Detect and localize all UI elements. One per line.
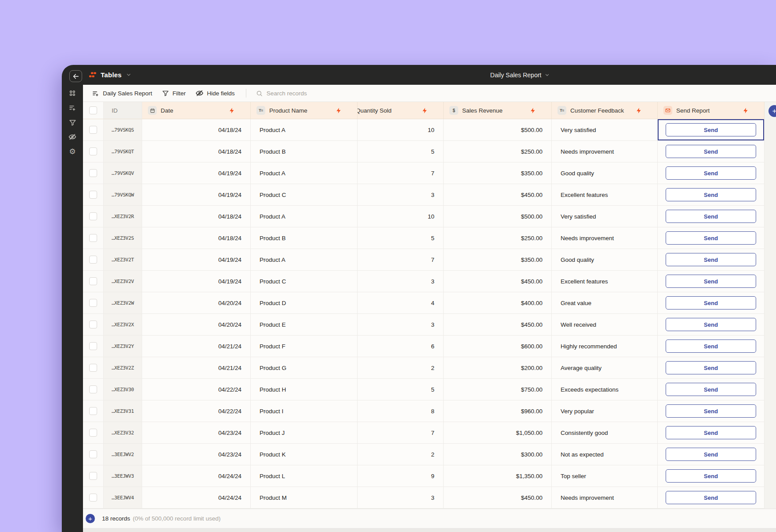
send-button[interactable]: Send xyxy=(666,426,756,439)
customer-feedback-cell[interactable]: Well received xyxy=(552,314,658,336)
sales-revenue-cell[interactable]: $450.00 xyxy=(444,184,552,206)
product-name-cell[interactable]: Product J xyxy=(251,422,358,444)
sales-revenue-cell[interactable]: $450.00 xyxy=(444,487,552,509)
date-cell[interactable]: 04/19/24 xyxy=(142,184,251,206)
row-checkbox[interactable] xyxy=(89,321,97,328)
customer-feedback-cell[interactable]: Exceeds expectations xyxy=(552,379,658,400)
view-title[interactable]: Daily Sales Report xyxy=(490,65,550,85)
quantity-sold-cell[interactable]: 3 xyxy=(358,314,444,336)
filter-button[interactable]: Filter xyxy=(157,85,191,102)
send-button[interactable]: Send xyxy=(666,340,756,353)
product-name-cell[interactable]: Product B xyxy=(251,227,358,249)
send-button[interactable]: Send xyxy=(666,275,756,288)
customer-feedback-cell[interactable]: Top seller xyxy=(552,465,658,487)
send-button[interactable]: Send xyxy=(666,166,756,180)
product-name-cell[interactable]: Product A xyxy=(251,249,358,271)
row-id-cell[interactable]: …XEZ3V2W xyxy=(104,292,142,314)
send-button[interactable]: Send xyxy=(666,491,756,504)
app-brand[interactable]: Tables xyxy=(89,65,132,85)
date-cell[interactable]: 04/19/24 xyxy=(142,249,251,271)
quantity-sold-cell[interactable]: 7 xyxy=(358,249,444,271)
sales-revenue-cell[interactable]: $600.00 xyxy=(444,336,552,357)
add-record-button[interactable]: + xyxy=(86,514,95,523)
row-id-cell[interactable]: …XEZ3V2Y xyxy=(104,336,142,357)
sales-revenue-cell[interactable]: $1,350.00 xyxy=(444,465,552,487)
row-id-cell[interactable]: …XEZ3V2R xyxy=(104,206,142,227)
quantity-sold-cell[interactable]: 8 xyxy=(358,400,444,422)
column-header-sales-revenue[interactable]: $ Sales Revenue xyxy=(444,102,552,119)
customer-feedback-cell[interactable]: Excellent features xyxy=(552,271,658,292)
row-id-cell[interactable]: …3EEJWV2 xyxy=(104,444,142,465)
product-name-cell[interactable]: Product I xyxy=(251,400,358,422)
send-button[interactable]: Send xyxy=(666,210,756,223)
quantity-sold-cell[interactable]: 3 xyxy=(358,184,444,206)
product-name-cell[interactable]: Product D xyxy=(251,292,358,314)
sales-revenue-cell[interactable]: $500.00 xyxy=(444,119,552,141)
customer-feedback-cell[interactable]: Average quality xyxy=(552,357,658,379)
product-name-cell[interactable]: Product K xyxy=(251,444,358,465)
date-cell[interactable]: 04/19/24 xyxy=(142,162,251,184)
customer-feedback-cell[interactable]: Great value xyxy=(552,292,658,314)
sales-revenue-cell[interactable]: $450.00 xyxy=(444,271,552,292)
row-id-cell[interactable]: …XEZ3V2Z xyxy=(104,357,142,379)
table-list-icon[interactable] xyxy=(68,103,77,112)
date-cell[interactable]: 04/18/24 xyxy=(142,119,251,141)
send-button[interactable]: Send xyxy=(666,318,756,331)
quantity-sold-cell[interactable]: 5 xyxy=(358,141,444,162)
product-name-cell[interactable]: Product M xyxy=(251,487,358,509)
row-id-cell[interactable]: …XEZ3V32 xyxy=(104,422,142,444)
row-id-cell[interactable]: …79VSKQV xyxy=(104,162,142,184)
date-cell[interactable]: 04/23/24 xyxy=(142,422,251,444)
row-checkbox[interactable] xyxy=(89,169,97,177)
quantity-sold-cell[interactable]: 5 xyxy=(358,227,444,249)
quantity-sold-cell[interactable]: 5 xyxy=(358,379,444,400)
row-checkbox[interactable] xyxy=(89,364,97,372)
send-button[interactable]: Send xyxy=(666,231,756,245)
product-name-cell[interactable]: Product A xyxy=(251,119,358,141)
date-cell[interactable]: 04/20/24 xyxy=(142,314,251,336)
chevron-down-icon[interactable] xyxy=(126,72,132,78)
product-name-cell[interactable]: Product F xyxy=(251,336,358,357)
filter-icon[interactable] xyxy=(68,118,77,127)
product-name-cell[interactable]: Product L xyxy=(251,465,358,487)
row-checkbox[interactable] xyxy=(89,385,97,393)
sales-revenue-cell[interactable]: $960.00 xyxy=(444,400,552,422)
row-id-cell[interactable]: …XEZ3V2T xyxy=(104,249,142,271)
date-cell[interactable]: 04/21/24 xyxy=(142,357,251,379)
row-checkbox[interactable] xyxy=(89,256,97,264)
product-name-cell[interactable]: Product H xyxy=(251,379,358,400)
product-name-cell[interactable]: Product C xyxy=(251,271,358,292)
row-checkbox[interactable] xyxy=(89,472,97,480)
send-button[interactable]: Send xyxy=(666,253,756,266)
row-checkbox[interactable] xyxy=(89,429,97,437)
row-id-cell[interactable]: …XEZ3V2V xyxy=(104,271,142,292)
sales-revenue-cell[interactable]: $300.00 xyxy=(444,444,552,465)
quantity-sold-cell[interactable]: 9 xyxy=(358,465,444,487)
quantity-sold-cell[interactable]: 2 xyxy=(358,357,444,379)
date-cell[interactable]: 04/24/24 xyxy=(142,465,251,487)
customer-feedback-cell[interactable]: Needs improvement xyxy=(552,141,658,162)
send-button[interactable]: Send xyxy=(666,296,756,309)
row-checkbox[interactable] xyxy=(89,212,97,220)
column-header-quantity-sold[interactable]: Quantity Sold xyxy=(358,102,444,119)
row-checkbox[interactable] xyxy=(89,407,97,415)
row-id-cell[interactable]: …XEZ3V31 xyxy=(104,400,142,422)
row-id-cell[interactable]: …3EEJWV3 xyxy=(104,465,142,487)
quantity-sold-cell[interactable]: 3 xyxy=(358,271,444,292)
quantity-sold-cell[interactable]: 3 xyxy=(358,487,444,509)
row-id-cell[interactable]: …XEZ3V2S xyxy=(104,227,142,249)
settings-icon[interactable]: ⚙ xyxy=(68,147,77,156)
apps-grid-icon[interactable] xyxy=(68,89,77,98)
date-cell[interactable]: 04/21/24 xyxy=(142,336,251,357)
select-all-checkbox[interactable] xyxy=(89,106,97,114)
quantity-sold-cell[interactable]: 10 xyxy=(358,119,444,141)
date-cell[interactable]: 04/18/24 xyxy=(142,141,251,162)
sales-revenue-cell[interactable]: $350.00 xyxy=(444,162,552,184)
date-cell[interactable]: 04/18/24 xyxy=(142,227,251,249)
row-checkbox[interactable] xyxy=(89,299,97,307)
row-checkbox[interactable] xyxy=(89,277,97,285)
product-name-cell[interactable]: Product A xyxy=(251,162,358,184)
column-header-customer-feedback[interactable]: T≡ Customer Feedback xyxy=(552,102,658,119)
search-input[interactable] xyxy=(267,90,342,97)
customer-feedback-cell[interactable]: Highly recommended xyxy=(552,336,658,357)
